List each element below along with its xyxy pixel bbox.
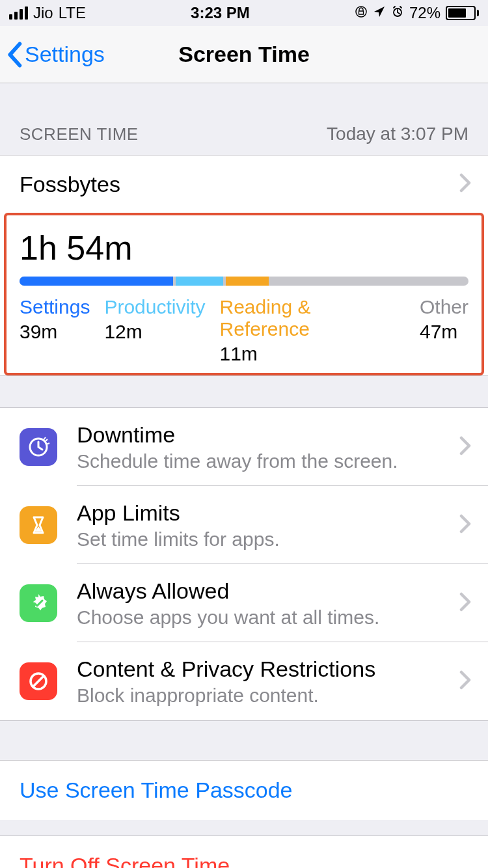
chevron-right-icon [459, 173, 471, 195]
use-passcode-label: Use Screen Time Passcode [20, 778, 293, 802]
legend-value: 11m [219, 343, 405, 365]
bar-segment-blue [20, 277, 173, 286]
status-bar: Jio LTE 3:23 PM 72% [0, 0, 488, 26]
always-allowed-icon [20, 584, 57, 622]
network-label: LTE [59, 4, 86, 22]
usage-legend: Settings39mProductivity12mReading & Refe… [20, 296, 468, 365]
restrictions-icon [20, 662, 57, 700]
status-time: 3:23 PM [191, 4, 250, 22]
app-limits-icon [20, 506, 57, 544]
option-title: Downtime [77, 422, 398, 448]
option-subtitle: Block inappropriate content. [77, 685, 375, 707]
alarm-icon [391, 4, 404, 22]
legend-value: 47m [420, 321, 468, 343]
option-row-always-allowed[interactable]: Always AllowedChoose apps you want at al… [0, 564, 488, 642]
bar-segment-gray [271, 277, 456, 286]
chevron-right-icon [459, 436, 471, 458]
usage-group: Fossbytes 1h 54m Settings39mProductivity… [0, 155, 488, 376]
option-subtitle: Set time limits for apps. [77, 528, 280, 550]
chevron-right-icon [459, 592, 471, 614]
page-title: Screen Time [178, 42, 310, 67]
carrier-label: Jio [33, 4, 53, 22]
downtime-icon [20, 428, 57, 466]
usage-summary-box[interactable]: 1h 54m Settings39mProductivity12mReading… [4, 213, 484, 375]
svg-line-5 [44, 437, 46, 440]
battery-icon [446, 6, 479, 20]
option-title: Content & Privacy Restrictions [77, 657, 375, 682]
total-usage: 1h 54m [20, 228, 468, 277]
legend-item-orange: Reading & Reference11m [219, 296, 405, 365]
option-subtitle: Choose apps you want at all times. [77, 606, 379, 629]
legend-value: 39m [20, 321, 90, 343]
section-header-screen-time: SCREEN TIME Today at 3:07 PM [0, 83, 488, 155]
legend-item-blue: Settings39m [20, 296, 90, 365]
legend-label: Reading & Reference [219, 296, 405, 340]
section-timestamp: Today at 3:07 PM [327, 124, 468, 144]
option-title: Always Allowed [77, 578, 379, 604]
options-group: DowntimeSchedule time away from the scre… [0, 407, 488, 721]
status-right: 72% [355, 4, 479, 22]
back-label: Settings [25, 42, 105, 67]
legend-label: Settings [20, 296, 90, 318]
legend-label: Productivity [104, 296, 205, 318]
battery-pct: 72% [409, 4, 441, 22]
actions-group: Use Screen Time Passcode Turn Off Screen… [0, 760, 488, 868]
option-subtitle: Schedule time away from the screen. [77, 450, 398, 472]
legend-item-gray: Other47m [420, 296, 468, 365]
signal-strength-icon [9, 7, 28, 20]
chevron-right-icon [459, 514, 471, 536]
usage-bar-chart [20, 277, 468, 286]
back-button[interactable]: Settings [7, 42, 105, 68]
option-row-downtime[interactable]: DowntimeSchedule time away from the scre… [0, 408, 488, 486]
chevron-right-icon [459, 670, 471, 692]
section-title: SCREEN TIME [20, 124, 139, 144]
turn-off-label: Turn Off Screen Time [20, 853, 230, 868]
nav-bar: Settings Screen Time [0, 26, 488, 83]
legend-value: 12m [104, 321, 205, 343]
device-row[interactable]: Fossbytes [0, 156, 488, 213]
use-passcode-button[interactable]: Use Screen Time Passcode [0, 760, 488, 820]
chevron-left-icon [7, 42, 22, 68]
turn-off-button[interactable]: Turn Off Screen Time [0, 835, 488, 868]
bar-segment-orange [226, 277, 269, 286]
legend-item-cyan: Productivity12m [104, 296, 205, 365]
bar-segment-cyan [176, 277, 223, 286]
location-icon [373, 4, 386, 22]
device-name: Fossbytes [20, 172, 120, 197]
option-row-restrictions[interactable]: Content & Privacy RestrictionsBlock inap… [0, 642, 488, 720]
legend-label: Other [420, 296, 468, 318]
svg-line-7 [33, 676, 44, 686]
svg-line-3 [45, 439, 47, 442]
status-left: Jio LTE [9, 4, 86, 22]
option-title: App Limits [77, 500, 280, 526]
orientation-lock-icon [355, 4, 368, 22]
option-row-app-limits[interactable]: App LimitsSet time limits for apps. [0, 486, 488, 564]
